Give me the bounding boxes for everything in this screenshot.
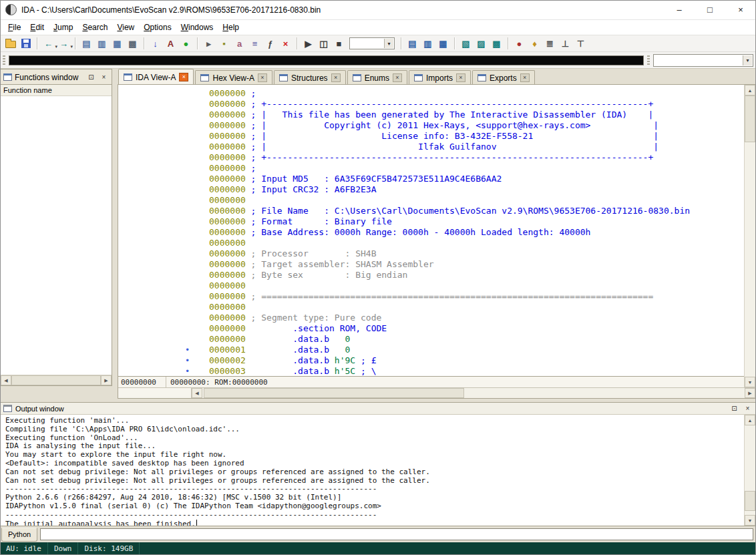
scroll-down-icon[interactable]: ▼: [745, 515, 755, 526]
disassembly-line[interactable]: 0000000 ; | Copyright (c) 2011 Hex-Rays,…: [118, 120, 744, 131]
scrollbar-track[interactable]: [11, 375, 101, 385]
close-tab-icon[interactable]: ×: [520, 73, 530, 82]
copy-icon[interactable]: ▤: [79, 37, 94, 50]
tab-python[interactable]: Python: [1, 528, 37, 542]
close-tab-icon[interactable]: ×: [258, 73, 267, 82]
undefine-icon[interactable]: ×: [278, 37, 293, 50]
jump-back-icon[interactable]: ←▾: [41, 37, 56, 50]
scroll-down-icon[interactable]: ▼: [745, 377, 755, 387]
disassembly-line[interactable]: •0000001 .data.b 0: [118, 345, 744, 355]
disassembly-hscrollbar[interactable]: ◀ ▶: [118, 387, 755, 398]
bookmarks-icon[interactable]: ♦: [527, 37, 542, 50]
disassembly-line[interactable]: 0000000 ; Format : Binary file: [118, 216, 744, 227]
breakpoints-icon[interactable]: ●: [512, 37, 527, 50]
disassembly-vscrollbar[interactable]: ▲ ▼: [744, 85, 755, 387]
python-input[interactable]: [40, 528, 753, 540]
scrollbar-thumb[interactable]: [11, 375, 101, 385]
float-panel-icon[interactable]: ⊡: [729, 404, 739, 413]
disassembly-listing[interactable]: 0000000 ;0000000 ; +--------------------…: [118, 85, 744, 376]
disassembly-line[interactable]: 0000000 ; | License info: B3-432E-F558-2…: [118, 131, 744, 142]
pause-debugger-icon[interactable]: ◫: [316, 37, 331, 50]
chevron-down-icon[interactable]: ▾: [743, 55, 752, 65]
tab-structures[interactable]: Structures×: [274, 70, 346, 85]
tab-imports[interactable]: Imports×: [409, 70, 471, 85]
disassembly-line[interactable]: 0000000 ; Input MD5 : 6A35F69CF5B472573E…: [118, 174, 744, 184]
ascii-string-icon[interactable]: A: [163, 37, 178, 50]
scroll-up-icon[interactable]: ▲: [745, 415, 755, 425]
maximize-button[interactable]: □: [695, 0, 725, 19]
toolbar-grip[interactable]: [647, 55, 650, 65]
scrollbar-thumb[interactable]: [745, 96, 755, 142]
tab-enums[interactable]: Enums×: [347, 70, 407, 85]
stop-debugger-icon[interactable]: ■: [331, 37, 347, 50]
make-string-icon[interactable]: a: [232, 37, 247, 50]
analysis-indicator-icon[interactable]: ●: [178, 37, 194, 50]
menu-options[interactable]: Options: [139, 21, 176, 34]
disassembly-line[interactable]: 0000000: [118, 238, 744, 248]
options-icon[interactable]: ⊤: [573, 37, 588, 50]
disassembly-line[interactable]: 0000000 ; | Ilfak Guilfanov |: [118, 142, 744, 152]
scroll-left-icon[interactable]: ◀: [192, 388, 202, 398]
scrollbar-track[interactable]: [745, 96, 755, 377]
disassembly-line[interactable]: 0000000 ; Processor : SH4B: [118, 248, 744, 259]
disassembly-line[interactable]: 0000000 ; ==============================…: [118, 291, 744, 302]
structures-window-icon[interactable]: ▨: [474, 37, 489, 50]
menu-help[interactable]: Help: [218, 21, 244, 34]
disassembly-line[interactable]: 0000000 .data.b 0: [118, 334, 744, 345]
edit-function-icon[interactable]: ƒ: [262, 37, 278, 50]
open-file-icon[interactable]: [3, 37, 18, 50]
toolbar-grip[interactable]: [3, 55, 5, 65]
close-panel-icon[interactable]: ×: [743, 404, 753, 413]
disassembly-line[interactable]: 0000000 ; +-----------------------------…: [118, 152, 744, 163]
disassembly-line[interactable]: 0000000 ; +-----------------------------…: [118, 99, 744, 110]
disassembly-line[interactable]: 0000000 ; Byte sex : Big endian: [118, 270, 744, 281]
tab-hex-view-a[interactable]: Hex View-A×: [195, 70, 272, 85]
scrollbar-thumb[interactable]: [204, 388, 464, 398]
scroll-right-icon[interactable]: ▶: [101, 375, 112, 385]
functions-list[interactable]: [1, 96, 112, 375]
disassembly-line[interactable]: 0000000 ;: [118, 88, 744, 99]
run-debugger-icon[interactable]: ▶: [301, 37, 316, 50]
scrollbar-track[interactable]: [745, 425, 755, 515]
menu-view[interactable]: View: [112, 21, 139, 34]
debugger-select-combo[interactable]: ▾: [349, 37, 395, 49]
scroll-right-icon[interactable]: ▶: [745, 388, 755, 398]
close-tab-icon[interactable]: ×: [456, 73, 465, 82]
scrollbar-thumb[interactable]: [745, 491, 755, 511]
disassembly-line[interactable]: 0000000 ; File Name : C:\Users\Carl\Docu…: [118, 206, 744, 216]
close-tab-icon[interactable]: ×: [179, 73, 188, 81]
functions-list-icon[interactable]: ▤: [405, 37, 420, 50]
disassembly-line[interactable]: 0000000 ; | This file has been generated…: [118, 110, 744, 120]
menu-search[interactable]: Search: [77, 21, 112, 34]
name-select-combo[interactable]: ▾: [653, 54, 753, 67]
strings-window-icon[interactable]: ▦: [435, 37, 451, 50]
calculator-icon[interactable]: ≣: [542, 37, 558, 50]
disassembly-line[interactable]: 0000000 ; Segment type: Pure code: [118, 313, 744, 323]
make-data-icon[interactable]: ▪: [216, 37, 232, 50]
copy-all-icon[interactable]: ▥: [94, 37, 110, 50]
output-log[interactable]: Executing function 'main'...Compiling fi…: [1, 415, 744, 526]
disassembly-line[interactable]: 0000000: [118, 302, 744, 313]
jump-address-icon[interactable]: ↓: [148, 37, 163, 50]
disassembly-line[interactable]: 0000000: [118, 195, 744, 206]
save-icon[interactable]: [18, 37, 33, 50]
names-window-icon[interactable]: ▥: [420, 37, 435, 50]
functions-window-header[interactable]: Functions window ⊡ ×: [0, 69, 112, 85]
stack-trace-icon[interactable]: ⊥: [558, 37, 573, 50]
navigation-band[interactable]: [9, 55, 644, 65]
disassembly-line[interactable]: •0000003 .data.b h'5C ; \: [118, 366, 744, 376]
output-vscrollbar[interactable]: ▲ ▼: [744, 415, 755, 526]
paste-icon[interactable]: ▦: [110, 37, 125, 50]
tab-exports[interactable]: Exports×: [472, 70, 535, 85]
disassembly-line[interactable]: •0000002 .data.b h'9C ; £: [118, 355, 744, 366]
output-window-header[interactable]: Output window ⊡ ×: [1, 403, 755, 415]
scrollbar-track[interactable]: [202, 388, 745, 398]
menu-edit[interactable]: Edit: [25, 21, 49, 34]
make-code-icon[interactable]: ▸: [201, 37, 216, 50]
print-icon[interactable]: ▩: [125, 37, 140, 50]
functions-hscrollbar[interactable]: ◀ ▶: [1, 375, 112, 385]
disassembly-line[interactable]: 0000000 ; Target assembler: SHASM Assemb…: [118, 259, 744, 270]
close-button[interactable]: ×: [725, 0, 756, 19]
functions-column-header[interactable]: Function name: [1, 85, 112, 96]
minimize-button[interactable]: –: [664, 0, 695, 19]
